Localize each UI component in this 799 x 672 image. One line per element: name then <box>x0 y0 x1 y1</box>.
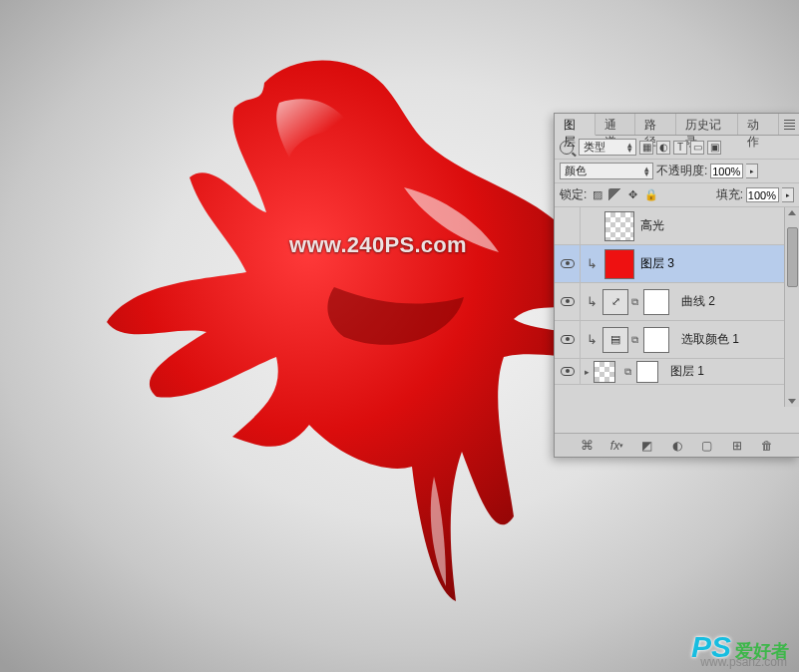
new-group-button[interactable]: ▢ <box>698 438 716 454</box>
tab-layers[interactable]: 图层 <box>555 114 596 136</box>
layer-mask-thumb[interactable] <box>643 327 669 353</box>
visibility-toggle[interactable] <box>555 245 581 282</box>
lock-pixels-icon[interactable] <box>607 187 622 202</box>
collapse-toggle-icon[interactable]: ▸ <box>585 367 590 377</box>
curves-adj-icon[interactable]: ⤢ <box>602 289 628 315</box>
visibility-toggle[interactable] <box>555 207 581 244</box>
filter-pixel-icon[interactable]: ▦ <box>639 141 653 155</box>
fill-input[interactable]: ▸ <box>746 187 794 202</box>
panel-bottombar: ⌘ fx▾ ◩ ◐ ▢ ⊞ 🗑 <box>555 433 799 457</box>
eye-icon <box>561 367 575 376</box>
clip-indicator-icon: ↳ <box>581 256 602 271</box>
layers-panel: 图层 通道 路径 历史记录 动作 类型 ▴▾ ▦ ◐ T ▭ ▣ 颜色 ▴▾ 不… <box>554 113 799 458</box>
fill-field[interactable] <box>746 187 779 202</box>
filter-row: 类型 ▴▾ ▦ ◐ T ▭ ▣ <box>555 136 799 160</box>
lock-all-icon[interactable]: 🔒 <box>643 187 658 202</box>
clip-indicator-icon: ↳ <box>581 332 602 347</box>
blend-mode-value: 颜色 <box>565 164 587 178</box>
link-icon[interactable]: ⧉ <box>631 296 638 308</box>
tab-paths[interactable]: 路径 <box>635 114 676 135</box>
blend-row: 颜色 ▴▾ 不透明度: ▸ <box>555 160 799 183</box>
layer-row[interactable]: ▸ ⧉ 图层 1 <box>555 359 799 385</box>
filter-shape-icon[interactable]: ▭ <box>690 141 704 155</box>
visibility-toggle[interactable] <box>555 283 581 320</box>
filter-type-icon[interactable]: T <box>673 141 687 155</box>
tab-channels[interactable]: 通道 <box>596 114 636 135</box>
brush-icon <box>608 188 622 202</box>
tab-history[interactable]: 历史记录 <box>676 114 738 135</box>
panel-tabs: 图层 通道 路径 历史记录 动作 <box>555 114 799 136</box>
eye-icon <box>561 297 575 306</box>
layers-list: 高光 ↳ 图层 3 ↳ ⤢ ⧉ 曲线 2 ↳ ▤ ⧉ <box>555 207 799 407</box>
watermark-center: www.240PS.com <box>289 232 467 258</box>
link-icon[interactable]: ⧉ <box>624 366 631 378</box>
layer-name[interactable]: 曲线 2 <box>681 293 715 310</box>
link-icon[interactable]: ⧉ <box>631 334 638 346</box>
lock-row: 锁定: ▨ ✥ 🔒 填充: ▸ <box>555 183 799 207</box>
menu-icon <box>784 120 795 130</box>
selective-color-adj-icon[interactable]: ▤ <box>602 327 628 353</box>
layer-mask-thumb[interactable] <box>643 289 669 315</box>
layer-row[interactable]: ↳ 图层 3 <box>555 245 799 283</box>
chevron-right-icon[interactable]: ▸ <box>746 164 758 178</box>
filter-smart-icon[interactable]: ▣ <box>707 141 721 155</box>
add-mask-button[interactable]: ◩ <box>638 438 656 454</box>
layer-name[interactable]: 高光 <box>640 217 664 234</box>
layer-name[interactable]: 选取颜色 1 <box>681 331 739 348</box>
opacity-input[interactable]: ▸ <box>710 164 758 178</box>
new-adjustment-button[interactable]: ◐ <box>668 438 686 454</box>
layers-scrollbar[interactable] <box>784 207 799 407</box>
link-layers-button[interactable]: ⌘ <box>579 438 597 454</box>
chevron-updown-icon: ▴▾ <box>644 167 649 176</box>
lock-position-icon[interactable]: ✥ <box>625 187 640 202</box>
layer-name[interactable]: 图层 3 <box>640 255 674 272</box>
layer-row[interactable]: ↳ ▤ ⧉ 选取颜色 1 <box>555 321 799 359</box>
blend-mode-select[interactable]: 颜色 ▴▾ <box>560 163 653 179</box>
layer-name[interactable]: 图层 1 <box>670 363 704 380</box>
clip-indicator-icon: ↳ <box>581 294 602 309</box>
opacity-field[interactable] <box>710 164 743 178</box>
chevron-right-icon[interactable]: ▸ <box>782 187 794 202</box>
artwork-liquid-horse <box>85 48 623 606</box>
scrollbar-thumb[interactable] <box>787 227 798 287</box>
fx-button[interactable]: fx▾ <box>608 438 626 454</box>
layer-row[interactable]: 高光 <box>555 207 799 245</box>
search-icon <box>560 141 574 155</box>
panel-menu-button[interactable] <box>779 114 799 135</box>
layer-mask-thumb[interactable] <box>636 361 658 383</box>
visibility-toggle[interactable] <box>555 321 581 358</box>
filter-kind-label: 类型 <box>584 140 605 155</box>
tab-actions[interactable]: 动作 <box>738 114 779 135</box>
layer-thumb[interactable] <box>604 249 634 279</box>
layer-thumb[interactable] <box>604 211 634 241</box>
delete-layer-button[interactable]: 🗑 <box>758 438 776 454</box>
filter-kind-select[interactable]: 类型 ▴▾ <box>579 139 636 156</box>
chevron-updown-icon: ▴▾ <box>627 143 632 153</box>
eye-icon <box>561 335 575 344</box>
eye-icon <box>561 259 575 268</box>
visibility-toggle[interactable] <box>555 359 581 384</box>
fill-label: 填充: <box>716 186 743 203</box>
lock-transparency-icon[interactable]: ▨ <box>590 187 604 202</box>
new-layer-button[interactable]: ⊞ <box>728 438 746 454</box>
filter-adjust-icon[interactable]: ◐ <box>656 141 670 155</box>
layer-row[interactable]: ↳ ⤢ ⧉ 曲线 2 <box>555 283 799 321</box>
layer-thumb[interactable] <box>594 361 615 383</box>
opacity-label: 不透明度: <box>656 163 707 179</box>
watermark-url: www.psahz.com <box>700 655 787 669</box>
lock-label: 锁定: <box>560 186 587 203</box>
